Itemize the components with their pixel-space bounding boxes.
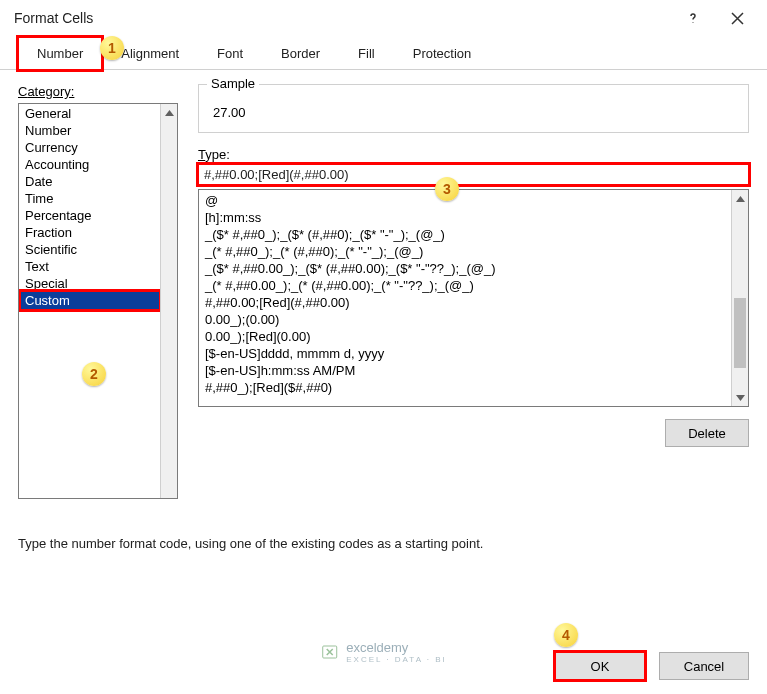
format-code-item[interactable]: #,##0_);[Red]($#,##0) [203, 379, 728, 396]
category-item-percentage[interactable]: Percentage [21, 207, 159, 224]
category-item-general[interactable]: General [21, 105, 159, 122]
format-code-item[interactable]: _(* #,##0_);_(* (#,##0);_(* "-"_);_(@_) [203, 243, 728, 260]
cancel-button[interactable]: Cancel [659, 652, 749, 680]
titlebar: Format Cells [0, 0, 767, 36]
scrollbar[interactable] [160, 104, 177, 498]
format-code-listbox[interactable]: @[h]:mm:ss_($* #,##0_);_($* (#,##0);_($*… [198, 189, 749, 407]
category-item-text[interactable]: Text [21, 258, 159, 275]
category-item-custom[interactable]: Custom [21, 292, 159, 309]
category-listbox[interactable]: GeneralNumberCurrencyAccountingDateTimeP… [18, 103, 178, 499]
ok-button[interactable]: OK [555, 652, 645, 680]
format-code-item[interactable]: _($* #,##0.00_);_($* (#,##0.00);_($* "-"… [203, 260, 728, 277]
format-code-item[interactable]: #,##0.00;[Red](#,##0.00) [203, 294, 728, 311]
scrollbar[interactable] [731, 190, 748, 406]
callout-2: 2 [82, 362, 106, 386]
format-code-item[interactable]: 0.00_);(0.00) [203, 311, 728, 328]
category-item-number[interactable]: Number [21, 122, 159, 139]
tab-protection[interactable]: Protection [394, 37, 491, 70]
tab-fill[interactable]: Fill [339, 37, 394, 70]
watermark-sub: EXCEL · DATA · BI [346, 655, 447, 664]
scroll-up-icon[interactable] [161, 104, 177, 121]
format-code-item[interactable]: 0.00_);[Red](0.00) [203, 328, 728, 345]
category-item-currency[interactable]: Currency [21, 139, 159, 156]
category-label: Category: [18, 84, 178, 99]
callout-1: 1 [100, 36, 124, 60]
format-code-item[interactable]: [$-en-US]dddd, mmmm d, yyyy [203, 345, 728, 362]
category-item-time[interactable]: Time [21, 190, 159, 207]
category-item-special[interactable]: Special [21, 275, 159, 292]
tab-number[interactable]: Number [18, 37, 102, 70]
category-item-scientific[interactable]: Scientific [21, 241, 159, 258]
type-label: Type: [198, 147, 749, 162]
format-code-item[interactable]: _($* #,##0_);_($* (#,##0);_($* "-"_);_(@… [203, 226, 728, 243]
type-input[interactable]: #,##0.00;[Red](#,##0.00) [198, 164, 749, 185]
category-column: Category: GeneralNumberCurrencyAccountin… [18, 84, 178, 556]
tab-panel-number: Category: GeneralNumberCurrencyAccountin… [0, 70, 767, 570]
help-button[interactable] [671, 3, 715, 33]
hint-text: Type the number format code, using one o… [18, 536, 483, 551]
scroll-thumb[interactable] [734, 298, 746, 368]
settings-column: Sample 27.00 Type: #,##0.00;[Red](#,##0.… [198, 84, 749, 556]
delete-button[interactable]: Delete [665, 419, 749, 447]
dialog-footer: OK Cancel [555, 652, 749, 680]
scroll-up-icon[interactable] [732, 190, 748, 207]
callout-4: 4 [554, 623, 578, 647]
scroll-down-icon[interactable] [732, 389, 748, 406]
category-item-fraction[interactable]: Fraction [21, 224, 159, 241]
watermark: exceldemy EXCEL · DATA · BI [320, 640, 447, 664]
watermark-icon [320, 642, 340, 662]
callout-3: 3 [435, 177, 459, 201]
sample-value: 27.00 [211, 103, 736, 122]
close-button[interactable] [715, 3, 759, 33]
category-item-date[interactable]: Date [21, 173, 159, 190]
category-item-accounting[interactable]: Accounting [21, 156, 159, 173]
format-code-item[interactable]: @ [203, 192, 728, 209]
watermark-brand: exceldemy [346, 640, 408, 655]
format-code-item[interactable]: _(* #,##0.00_);_(* (#,##0.00);_(* "-"??_… [203, 277, 728, 294]
sample-label: Sample [207, 76, 259, 91]
tab-font[interactable]: Font [198, 37, 262, 70]
format-code-item[interactable]: [$-en-US]h:mm:ss AM/PM [203, 362, 728, 379]
window-title: Format Cells [14, 10, 671, 26]
type-input-text: #,##0.00;[Red](#,##0.00) [204, 167, 349, 182]
sample-group: Sample 27.00 [198, 84, 749, 133]
format-code-item[interactable]: [h]:mm:ss [203, 209, 728, 226]
tab-border[interactable]: Border [262, 37, 339, 70]
